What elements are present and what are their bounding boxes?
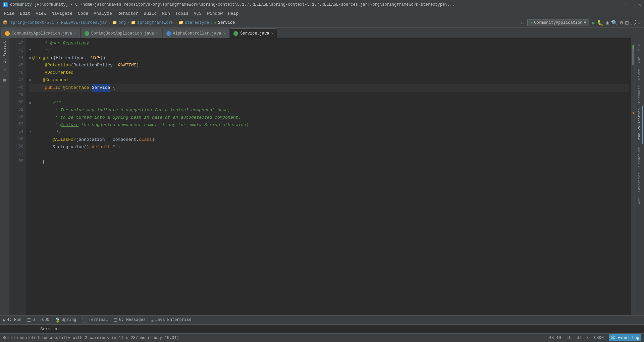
run-button[interactable]: ▶ [592, 19, 595, 26]
code-text-56a: String value() [32, 144, 92, 151]
tool-messages[interactable]: ☰ 0: Messages [113, 317, 146, 323]
sidebar-tab-web[interactable]: Web [636, 195, 643, 207]
code-text-45a: @Retention [34, 62, 71, 69]
bc-sep-4: › [210, 20, 213, 25]
debug-button[interactable]: 🐛 [597, 19, 604, 26]
menu-view[interactable]: View [33, 10, 49, 17]
app-icon: IJ [3, 2, 8, 7]
java-enterprise-label: Java Enterprise [155, 318, 192, 322]
sidebar-structure-icon[interactable]: ≡ [2, 66, 7, 75]
code-text-58: } [32, 158, 45, 166]
sidebar-tab-maven[interactable]: Maven [636, 66, 643, 82]
code-text-44a: @Target [32, 54, 51, 62]
fold-43[interactable]: ⊟ [29, 47, 31, 54]
code-content: 42 43 44 45 46 47 48 49 50 51 52 53 54 5… [9, 38, 635, 315]
code-text-45d: ) [136, 62, 139, 69]
maximize-button[interactable]: ☐ [632, 2, 634, 7]
title-text: community [F:\community] - C:\home\jason… [10, 2, 625, 7]
status-build-text: Build completed successfully with 2 warn… [3, 336, 546, 340]
spring-label: Spring [62, 318, 76, 322]
code-text-56d: "" [113, 144, 118, 151]
tab-spring-boot-application[interactable]: SpringBootApplication.java ✕ [81, 28, 162, 38]
tool-spring[interactable]: 🍃 Spring [55, 317, 76, 323]
zoom-button[interactable]: ⛶ [631, 19, 636, 26]
tool-run[interactable]: ▶ 4: Run [3, 317, 21, 323]
tool-terminal[interactable]: ⬛ Terminal [82, 317, 108, 323]
breadcrumb-jar[interactable]: spring-context-5.1.7.RELEASE-sources.jar [10, 20, 107, 25]
tab-close-community[interactable]: ✕ [74, 31, 76, 36]
fold-50[interactable]: ⊟ [29, 99, 31, 107]
status-lf[interactable]: LF [567, 336, 571, 340]
code-line-50: ⊟ /** [29, 99, 629, 107]
minimize-button[interactable]: ─ [625, 2, 628, 7]
breadcrumb-service[interactable]: Service [218, 20, 235, 25]
run-config-dropdown-icon: ▼ [584, 20, 586, 25]
tab-close-service[interactable]: ✕ [271, 31, 274, 36]
menu-vcs[interactable]: VCS [191, 10, 204, 17]
vsidebar: Ant Build Maven Database Bean Validation… [636, 40, 643, 208]
fold-54[interactable]: ⊟ [29, 129, 31, 136]
menu-edit[interactable]: Edit [17, 10, 33, 17]
tab-close-springboot[interactable]: ✕ [156, 31, 158, 36]
tool-todo[interactable]: ☰ 6: TODO [27, 317, 49, 323]
status-indent: CSDN [594, 336, 604, 340]
fold-44[interactable]: ⊟ [29, 54, 31, 62]
tool-java-enterprise[interactable]: ☕ Java Enterprise [151, 317, 191, 323]
code-service-highlight: Service [92, 84, 110, 92]
sidebar-tab-favorites[interactable]: Favorites [636, 170, 643, 195]
code-text-53a: * [32, 121, 60, 129]
code-line-51: * The value may indicate a suggestion fo… [29, 107, 629, 114]
search-everywhere-button[interactable]: 🔍 [611, 19, 618, 26]
breadcrumb-stereotype[interactable]: stereotype [185, 20, 209, 25]
tab-service[interactable]: Service.java ✕ [230, 28, 277, 38]
settings-button[interactable]: ⚙ [620, 19, 623, 26]
vertical-scrollbar[interactable] [631, 38, 635, 315]
status-position[interactable]: 48:19 [549, 336, 561, 340]
status-encoding[interactable]: UTF-8 [577, 336, 589, 340]
menu-file[interactable]: File [1, 10, 17, 17]
tab-alpha-controller[interactable]: AlphaController.java ✕ [163, 28, 229, 38]
tab-close-alpha[interactable]: ✕ [223, 31, 226, 36]
code-text-53b: @return [60, 121, 79, 129]
sidebar-tab-structure[interactable]: Structure [636, 144, 643, 169]
back-icon[interactable]: ⟵ [522, 19, 525, 26]
tool-bar: ▶ 4: Run ☰ 6: TODO 🍃 Spring ⬛ Terminal ☰… [0, 315, 644, 325]
code-line-46: @Documented [29, 69, 629, 76]
menu-analyze[interactable]: Analyze [91, 10, 115, 17]
menu-code[interactable]: Code [75, 10, 91, 17]
code-text-55d: ) [152, 136, 155, 144]
menu-refactor[interactable]: Refactor [115, 10, 141, 17]
tab-icon-springboot [85, 31, 89, 36]
menu-window[interactable]: Window [204, 10, 225, 17]
code-text-56b: default [92, 144, 110, 151]
code-text-48d: { [110, 84, 115, 92]
run-config-selector[interactable]: ● CommunityApplication ▼ [527, 19, 589, 26]
code-text-55c: class [139, 136, 152, 144]
close-button[interactable]: ✕ [639, 2, 641, 7]
sidebar-bookmark-icon[interactable]: ◼ [2, 75, 7, 85]
event-log-badge[interactable]: ⓪ Event Log [609, 334, 641, 341]
menu-tools[interactable]: Tools [173, 10, 191, 17]
menu-help[interactable]: Help [225, 10, 241, 17]
breadcrumb-org[interactable]: org [118, 20, 126, 25]
menu-build[interactable]: Build [141, 10, 159, 17]
code-editor[interactable]: * @see Repository ⊟ */ ⊟ @Target({Elemen… [26, 38, 631, 315]
tab-community-application[interactable]: CommunityApplication.java ✕ [1, 28, 80, 38]
layout-button[interactable]: ⊞ [625, 19, 629, 26]
sidebar-tab-beanvalidation[interactable]: Bean Validation [636, 106, 643, 144]
code-text-44b: ({ [51, 54, 56, 62]
sidebar-tab-database[interactable]: Database [636, 82, 643, 106]
code-text-44c: ElementType [56, 54, 85, 62]
menu-bar: File Edit View Navigate Code Analyze Ref… [0, 9, 644, 18]
code-text-54: */ [32, 129, 61, 136]
sidebar-tab-antbuild[interactable]: Ant Build [636, 41, 643, 66]
code-text-51: * The value may indicate a suggestion fo… [32, 107, 230, 114]
fold-47[interactable]: ⊟ [29, 76, 31, 84]
sidebar-project-tab[interactable]: 1: Project [2, 38, 8, 66]
breadcrumb-springframework[interactable]: springframework [137, 20, 173, 25]
menu-navigate[interactable]: Navigate [49, 10, 75, 17]
menu-run[interactable]: Run [159, 10, 172, 17]
run-with-coverage-button[interactable]: ◉ [606, 19, 609, 26]
code-text-56c [110, 144, 113, 151]
messages-label: 0: Messages [119, 318, 146, 322]
